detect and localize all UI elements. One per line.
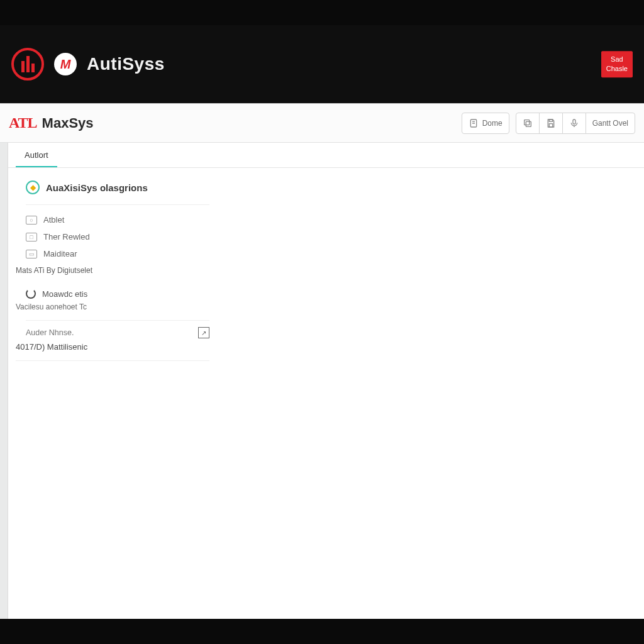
atl-logo-icon: ATL	[9, 114, 37, 131]
main-panel: Autlort ◆ AuaXisiSys olasgrions ○ Atblet…	[8, 143, 644, 619]
panel-header: ◆ AuaXisiSys olasgrions	[26, 180, 209, 205]
panel-title: AuaXisiSys olasgrions	[46, 182, 148, 193]
side-panel: ◆ AuaXisiSys olasgrions ○ Atblet □ Ther …	[8, 168, 209, 361]
app-frame: ATL MaxSys Dome	[0, 103, 644, 619]
field-row: Auder Nhnse. ↗	[26, 320, 209, 338]
tabstrip: Autlort	[8, 143, 644, 168]
field-value: 4017/D) Mattilisenic	[16, 338, 209, 361]
nav-item-maiditear[interactable]: ▭ Maiditear	[26, 245, 209, 262]
external-link-icon[interactable]: ↗	[198, 327, 209, 338]
brand-small-logo-icon: M	[54, 53, 77, 75]
group-label: Mats ATi By Digiutselet	[16, 262, 209, 282]
topbar: M AutiSyss SadChasle	[0, 25, 644, 103]
app-title: AutiSyss	[87, 54, 165, 74]
nav-item-label: Atblet	[43, 215, 64, 225]
diagnostics-icon: ◆	[26, 180, 40, 194]
dome-button[interactable]: Dome	[462, 113, 509, 134]
section-title: Moawdc etis	[42, 289, 87, 299]
monitor-icon: ▭	[26, 250, 37, 258]
gantt-button-label: Gantt Ovel	[592, 119, 628, 128]
mic-icon	[569, 118, 579, 128]
brand-logo-bars-icon	[21, 56, 35, 72]
subheader-left: ATL MaxSys	[9, 114, 94, 131]
button-group: Gantt Ovel	[516, 113, 635, 134]
document-icon	[469, 118, 479, 128]
subheader: ATL MaxSys Dome	[0, 104, 644, 143]
module-icon: □	[26, 233, 37, 242]
nav-item-rewled[interactable]: □ Ther Rewled	[26, 228, 209, 245]
nav-item-atblet[interactable]: ○ Atblet	[26, 211, 209, 228]
content-area: Autlort ◆ AuaXisiSys olasgrions ○ Atblet…	[0, 143, 644, 619]
outer-black-bottom	[0, 619, 644, 644]
field-label: Auder Nhnse.	[26, 328, 74, 337]
nav-item-label: Ther Rewled	[43, 232, 90, 242]
gantt-button[interactable]: Gantt Ovel	[586, 113, 635, 134]
product-title: MaxSys	[42, 115, 94, 131]
svg-rect-1	[526, 121, 531, 126]
tab-autlort[interactable]: Autlort	[16, 144, 57, 167]
svg-rect-3	[549, 119, 552, 121]
brand-logo-icon	[11, 48, 44, 80]
loading-icon	[26, 289, 36, 299]
section-sub-label: Vacilesu aonehoet Tc	[16, 299, 209, 320]
module-icon: ○	[26, 216, 37, 225]
save-button[interactable]	[539, 113, 563, 134]
copy-icon	[523, 118, 533, 128]
svg-rect-5	[573, 119, 575, 124]
outer-black-top	[0, 0, 644, 25]
svg-rect-2	[524, 119, 529, 125]
left-gutter	[0, 143, 8, 619]
save-icon	[546, 118, 556, 128]
subheader-toolbar: Dome Gan	[462, 113, 635, 134]
dome-button-label: Dome	[482, 119, 502, 128]
mic-button[interactable]	[562, 113, 586, 134]
svg-rect-4	[549, 123, 552, 126]
copy-button[interactable]	[516, 113, 540, 134]
nav-item-label: Maiditear	[43, 249, 77, 258]
topbar-left: M AutiSyss	[11, 48, 165, 80]
section-row[interactable]: Moawdc etis	[26, 282, 209, 299]
topbar-action-button[interactable]: SadChasle	[601, 51, 633, 77]
